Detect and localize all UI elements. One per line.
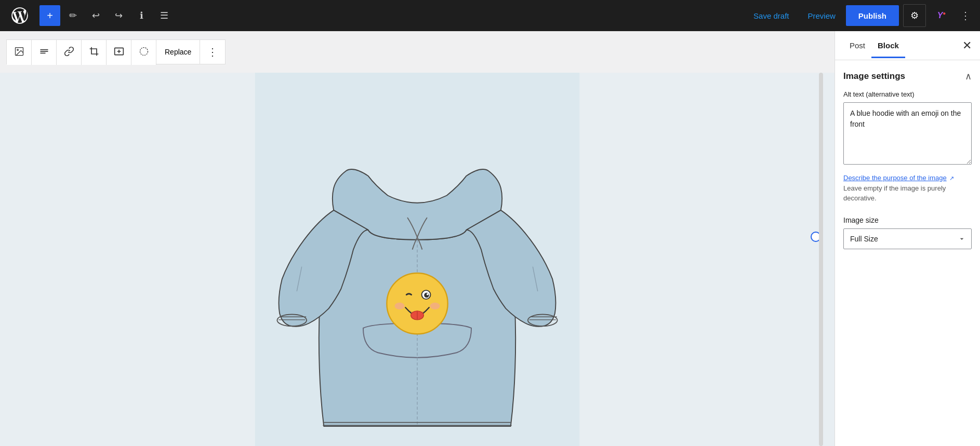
- section-title: Image settings: [843, 71, 905, 82]
- pen-icon: ✏: [69, 10, 77, 21]
- describe-link-row: Describe the purpose of the image ↗ Leav…: [843, 173, 972, 204]
- replace-button[interactable]: Replace: [156, 40, 200, 64]
- main-toolbar: + ✏ ↩ ↪ ℹ ☰ Save draft Preview Publish ⚙…: [0, 0, 980, 31]
- alt-text-label: Alt text (alternative text): [843, 90, 972, 98]
- image-tool-button[interactable]: [7, 40, 32, 65]
- info-button[interactable]: ℹ: [131, 5, 152, 26]
- svg-point-6: [140, 48, 148, 56]
- settings-button[interactable]: ⚙: [903, 4, 926, 27]
- sidebar-content: Image settings ∧ Alt text (alternative t…: [835, 60, 980, 446]
- ellipsis-vertical-icon: ⋮: [960, 9, 971, 22]
- duotone-tool-button[interactable]: [131, 40, 156, 65]
- svg-point-1: [17, 49, 18, 51]
- redo-icon: ↪: [115, 10, 123, 21]
- scrollbar-track[interactable]: [819, 73, 823, 446]
- undo-button[interactable]: ↩: [85, 5, 106, 26]
- svg-point-17: [387, 273, 447, 334]
- svg-point-24: [430, 303, 440, 309]
- gear-icon: ⚙: [910, 10, 919, 21]
- block-tab[interactable]: Block: [871, 33, 905, 58]
- svg-point-19: [424, 293, 429, 298]
- sidebar: Post Block ✕ Image settings ∧ Alt text (…: [835, 31, 980, 446]
- publish-button[interactable]: Publish: [846, 5, 899, 26]
- close-icon: ✕: [962, 39, 972, 52]
- block-ellipsis-icon: ⋮: [207, 46, 218, 58]
- list-icon: ☰: [160, 10, 168, 21]
- save-draft-button[interactable]: Save draft: [745, 7, 797, 24]
- alt-text-input[interactable]: [843, 102, 972, 165]
- more-options-button[interactable]: ⋮: [955, 5, 976, 26]
- plus-icon: +: [47, 10, 53, 22]
- undo-icon: ↩: [92, 10, 100, 21]
- describe-hint-text: Leave empty if the image is purely decor…: [843, 184, 946, 202]
- svg-point-23: [394, 303, 404, 309]
- info-icon: ℹ: [140, 10, 143, 21]
- crop-tool-button[interactable]: [82, 40, 107, 65]
- image-settings-section: Image settings ∧: [843, 71, 972, 82]
- link-tool-button[interactable]: [57, 40, 82, 65]
- align-icon: [39, 46, 49, 59]
- image-canvas: [0, 73, 835, 446]
- wp-logo: [4, 0, 35, 31]
- image-size-section: Image size Thumbnail Medium Large Full S…: [843, 216, 972, 249]
- align-tool-button[interactable]: [32, 40, 57, 65]
- yoast-icon: Y●: [937, 10, 946, 20]
- link-icon: [64, 46, 74, 59]
- main-layout: Replace ⋮: [0, 31, 980, 446]
- block-more-options-button[interactable]: ⋮: [200, 40, 225, 64]
- external-link-icon: ↗: [949, 175, 954, 181]
- text-icon: [114, 46, 124, 59]
- block-toolbar: Replace ⋮: [6, 39, 226, 64]
- post-tab[interactable]: Post: [843, 33, 871, 58]
- tab-bar: Post Block ✕: [835, 31, 980, 60]
- svg-point-20: [427, 293, 429, 295]
- image-size-label: Image size: [843, 216, 972, 224]
- preview-button[interactable]: Preview: [799, 7, 843, 24]
- redo-button[interactable]: ↪: [108, 5, 129, 26]
- describe-purpose-link[interactable]: Describe the purpose of the image: [843, 174, 947, 182]
- chevron-up-icon: ∧: [965, 71, 972, 82]
- crop-icon: [89, 46, 99, 59]
- collapse-section-button[interactable]: ∧: [965, 71, 972, 82]
- duotone-icon: [139, 46, 149, 59]
- yoast-button[interactable]: Y●: [930, 4, 953, 27]
- editor-area: Replace ⋮: [0, 31, 835, 446]
- text-overlay-tool-button[interactable]: [107, 40, 131, 65]
- close-sidebar-button[interactable]: ✕: [962, 40, 972, 51]
- image-size-select[interactable]: Thumbnail Medium Large Full Size: [843, 228, 972, 249]
- image-icon: [14, 46, 24, 59]
- list-view-button[interactable]: ☰: [154, 5, 175, 26]
- hoodie-image: [246, 73, 589, 446]
- add-block-button[interactable]: +: [39, 5, 60, 26]
- edit-button[interactable]: ✏: [62, 5, 83, 26]
